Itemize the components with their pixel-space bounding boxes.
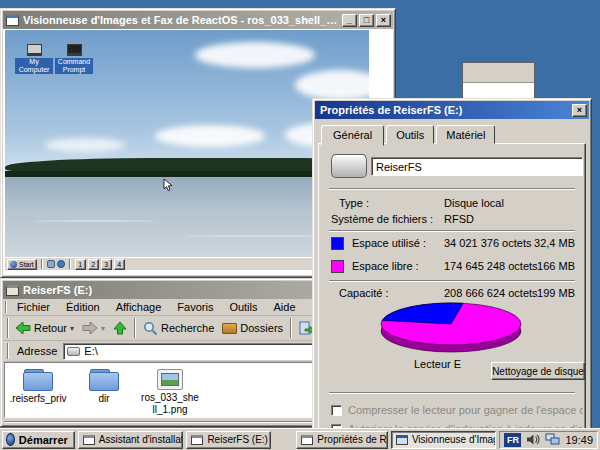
back-dropdown-icon[interactable]: ▾ [70,324,74,333]
properties-dialog: Propriétés de ReiserFS (E:) × Général Ou… [312,98,592,450]
minimize-icon[interactable]: _ [342,14,357,27]
volume-name-value: ReiserFS [376,161,422,173]
window-icon [83,435,95,445]
type-value: Disque local [444,197,504,209]
compress-checkbox[interactable] [331,405,342,416]
taskbar-button-label: Visionneuse d'Images ... [412,434,497,445]
disk-usage-pie-chart [377,300,529,356]
address-label: Adresse [11,345,63,357]
quicklaunch-icon [47,260,55,268]
used-color-swatch [331,237,344,250]
type-label: Type : [339,197,369,209]
tab-general[interactable]: Général [321,125,384,146]
back-icon [15,321,31,335]
system-tray: FR 19:49 [499,431,598,449]
folders-icon [222,323,237,334]
free-size: 166 MB [517,260,575,272]
disk-cleanup-button[interactable]: Nettoyage de disque [491,362,585,380]
taskbar-button-label: Propriétés de ReiserFS... [317,434,388,445]
menu-favoris[interactable]: Favoris [169,300,221,314]
back-button[interactable]: Retour ▾ [11,319,78,337]
start-label: Démarrer [19,434,68,446]
taskbar-button-label: Assistant d'installation ... [99,434,184,445]
file-name: dir [98,393,109,405]
divider [134,318,136,338]
dialog-title: Propriétés de ReiserFS (E:) [320,104,570,116]
file-item-image[interactable]: ros_033_shell_1.png [139,369,201,415]
file-name: ros_033_shell_1.png [141,392,199,415]
dialog-titlebar[interactable]: Propriétés de ReiserFS (E:) × [315,101,589,119]
taskbar-button-proprietes[interactable]: Propriétés de ReiserFS... [296,431,388,449]
volume-name-input[interactable]: ReiserFS [371,157,583,176]
menu-outils[interactable]: Outils [221,300,265,314]
viewer-titlebar[interactable]: Visionneuse d'Images et Fax de ReactOS -… [3,11,393,29]
cloud-shape [155,125,265,147]
divider [329,230,575,232]
cloud-shape [195,42,315,68]
language-indicator[interactable]: FR [504,433,521,447]
toolbar-grip[interactable] [7,343,9,359]
up-button[interactable] [109,319,131,337]
menu-affichage[interactable]: Affichage [108,300,170,314]
start-button[interactable]: Démarrer [2,431,75,449]
water-streak [35,220,155,222]
menu-edition[interactable]: Édition [58,300,108,314]
window-icon [396,435,408,445]
taskbar-button-assistant[interactable]: Assistant d'installation ... [78,431,184,449]
menu-fichier[interactable]: Fichier [9,300,58,314]
address-drive-icon [67,347,80,356]
forward-button[interactable]: ▾ [78,319,109,337]
my-computer-icon: My Computer [15,44,53,74]
folder-icon [23,369,53,391]
forward-icon [82,321,98,335]
file-item-folder[interactable]: .reiserfs_priv [7,369,69,405]
image-page-button: 4 [114,259,125,270]
image-page-button: 2 [88,259,99,270]
drive-caption: Lecteur E [414,358,461,370]
image-start-button: Start [7,259,37,270]
fs-value: RFSD [444,213,474,225]
used-label: Espace utilisé : [352,237,426,249]
divider [69,259,71,269]
speaker-icon[interactable] [526,433,540,446]
tab-materiel[interactable]: Matériel [436,125,495,144]
close-icon[interactable]: × [376,14,391,27]
compress-checkbox-label: Compresser le lecteur pour gagner de l'e… [348,404,583,416]
computer-glyph-icon [27,44,42,56]
close-icon[interactable]: × [572,104,587,117]
toolbar-grip[interactable] [7,318,9,338]
file-item-folder[interactable]: dir [73,369,135,405]
icon-label: My Computer [15,58,53,74]
image-page-button: 3 [101,259,112,270]
menu-aide[interactable]: Aide [266,300,304,314]
network-icon[interactable] [545,433,560,446]
cloud-shape [295,70,369,100]
folders-button[interactable]: Dossiers [218,320,287,336]
file-name: .reiserfs_priv [9,393,66,405]
folder-icon [89,369,119,391]
search-label: Recherche [161,322,214,334]
clock[interactable]: 19:49 [565,434,593,446]
cloud-shape [45,138,125,152]
viewer-title: Visionneuse d'Images et Fax de ReactOS -… [23,14,340,26]
image-page-button: 1 [75,259,86,270]
maximize-icon[interactable]: □ [359,14,374,27]
tab-outils[interactable]: Outils [386,125,434,144]
taskbar-button-visionneuse[interactable]: Visionneuse d'Images ... [391,431,497,449]
fs-label: Système de fichiers : [331,213,433,225]
forward-dropdown-icon[interactable]: ▾ [101,324,105,333]
compress-checkbox-row[interactable]: Compresser le lecteur pour gagner de l'e… [331,404,583,416]
divider [41,259,43,269]
divider [329,280,575,282]
search-button[interactable]: Recherche [139,319,218,338]
taskbar-button-reiserfs[interactable]: ReiserFS (E:) [186,431,271,449]
divider [329,392,575,394]
capacity-label: Capacité : [339,287,389,299]
toolbar-grip[interactable] [5,301,7,313]
start-logo-icon [6,433,15,446]
image-thumbnail [161,373,179,386]
capacity-size: 199 MB [517,287,575,299]
window-icon [191,435,203,445]
used-size: 32,4 MB [517,237,575,249]
taskbar: Démarrer Assistant d'installation ... Re… [0,428,600,450]
